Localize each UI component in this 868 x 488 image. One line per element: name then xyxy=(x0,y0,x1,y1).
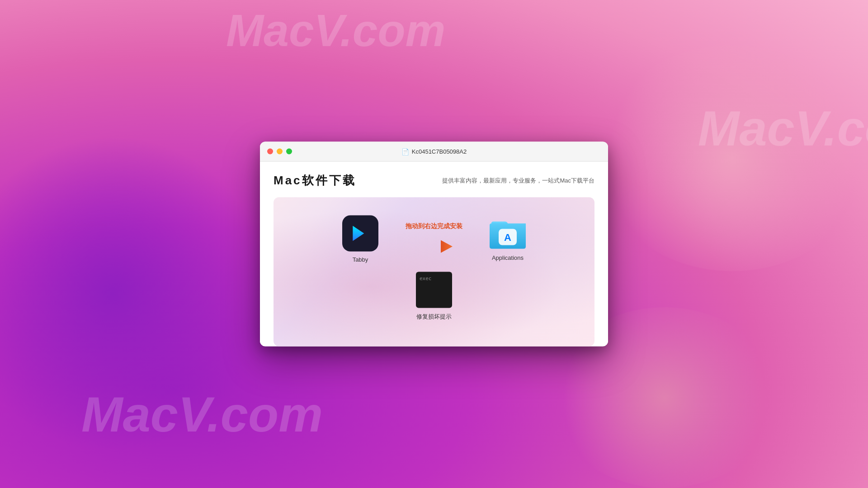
folder-svg: A xyxy=(490,217,526,250)
installer-area: Tabby 拖动到右边完成安装 xyxy=(274,197,594,347)
applications-folder-icon[interactable]: A xyxy=(490,217,526,250)
exec-text-label: exec xyxy=(420,276,432,282)
drag-row: Tabby 拖动到右边完成安装 xyxy=(342,216,526,263)
tabby-label: Tabby xyxy=(353,256,368,263)
traffic-lights xyxy=(267,149,292,155)
minimize-button[interactable] xyxy=(277,149,283,155)
svg-marker-1 xyxy=(441,240,453,253)
mac-window: 📄 Kc0451C7B05098A2 Mac软件下载 提供丰富内容，最新应用，专… xyxy=(260,142,608,347)
header-subtitle: 提供丰富内容，最新应用，专业服务，一站式Mac下载平台 xyxy=(442,176,594,184)
exec-icon[interactable]: exec xyxy=(416,272,452,308)
drag-arrow-svg xyxy=(414,236,454,256)
bg-blob-2 xyxy=(597,45,868,271)
close-button[interactable] xyxy=(267,149,273,155)
window-title: Kc0451C7B05098A2 xyxy=(412,148,467,155)
maximize-button[interactable] xyxy=(286,149,292,155)
titlebar-title: 📄 Kc0451C7B05098A2 xyxy=(401,148,467,155)
titlebar: 📄 Kc0451C7B05098A2 xyxy=(260,142,608,162)
window-content: Mac软件下载 提供丰富内容，最新应用，专业服务，一站式Mac下载平台 xyxy=(260,162,608,347)
svg-text:A: A xyxy=(504,232,511,243)
exec-item: exec 修复损坏提示 xyxy=(416,272,452,321)
drag-text: 拖动到右边完成安装 xyxy=(406,222,462,230)
tabby-chevron-svg xyxy=(349,222,372,245)
svg-marker-0 xyxy=(353,226,364,241)
header-row: Mac软件下载 提供丰富内容，最新应用，专业服务，一站式Mac下载平台 xyxy=(274,173,594,188)
app-title: Mac软件下载 xyxy=(274,173,356,188)
document-icon: 📄 xyxy=(401,148,409,155)
applications-item: A Applications xyxy=(490,217,526,261)
tabby-icon[interactable] xyxy=(342,216,378,252)
exec-label: 修复损坏提示 xyxy=(416,313,452,321)
arrow-container: 拖动到右边完成安装 xyxy=(406,222,462,256)
tabby-app-item: Tabby xyxy=(342,216,378,263)
applications-label: Applications xyxy=(492,254,524,261)
